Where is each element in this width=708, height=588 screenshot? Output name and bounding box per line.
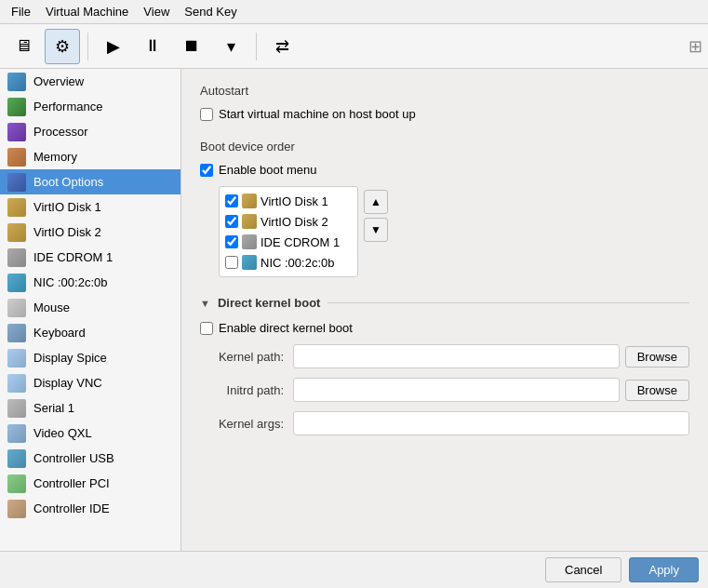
sidebar-label-serial-1: Serial 1 bbox=[33, 401, 74, 415]
sidebar-label-controller-pci: Controller PCI bbox=[33, 476, 110, 490]
autostart-checkbox[interactable] bbox=[200, 108, 213, 121]
boot-virtio-disk1-icon bbox=[242, 194, 257, 208]
boot-item-virtio-disk-2: VirtIO Disk 2 bbox=[220, 211, 357, 232]
boot-item-virtio-disk-1: VirtIO Disk 1 bbox=[220, 191, 357, 211]
overview-icon bbox=[7, 73, 26, 91]
sidebar-item-processor[interactable]: Processor bbox=[0, 119, 180, 144]
kernel-path-browse-button[interactable]: Browse bbox=[625, 346, 689, 368]
direct-kernel-collapse-arrow[interactable]: ▼ bbox=[200, 298, 210, 309]
apply-button[interactable]: Apply bbox=[629, 557, 699, 582]
virtio-disk1-icon bbox=[7, 198, 26, 217]
sidebar-item-boot-options[interactable]: Boot Options bbox=[0, 169, 180, 194]
settings-btn[interactable]: ⚙ bbox=[45, 29, 80, 64]
menu-file[interactable]: File bbox=[4, 3, 38, 20]
sidebar-label-controller-ide: Controller IDE bbox=[33, 501, 110, 515]
content-area: Autostart Start virtual machine on host … bbox=[181, 69, 708, 588]
kernel-path-label: Kernel path: bbox=[200, 350, 293, 364]
sidebar-item-virtio-disk-2[interactable]: VirtIO Disk 2 bbox=[0, 220, 180, 245]
sidebar-label-video-qxl: Video QXL bbox=[33, 426, 92, 440]
enable-boot-menu-checkbox[interactable] bbox=[200, 164, 213, 177]
boot-item-nic-checkbox[interactable] bbox=[225, 256, 238, 269]
boot-order-container: VirtIO Disk 1 VirtIO Disk 2 IDE CDROM 1 bbox=[219, 186, 689, 277]
sidebar-item-controller-usb[interactable]: Controller USB bbox=[0, 446, 180, 471]
boot-item-virtio-disk-1-checkbox[interactable] bbox=[225, 194, 238, 207]
processor-icon bbox=[7, 123, 26, 141]
toolbar: 🖥 ⚙ ▶ ⏸ ⏹ ▾ ⇄ ⊞ bbox=[0, 24, 708, 69]
sidebar-item-keyboard[interactable]: Keyboard bbox=[0, 320, 180, 345]
cancel-button[interactable]: Cancel bbox=[545, 557, 621, 582]
sidebar-label-display-vnc: Display VNC bbox=[33, 376, 102, 390]
direct-kernel-section: Enable direct kernel boot Kernel path: B… bbox=[200, 321, 689, 435]
boot-order-up-button[interactable]: ▲ bbox=[364, 190, 388, 214]
initrd-path-browse-button[interactable]: Browse bbox=[625, 380, 689, 401]
menu-sendkey[interactable]: Send Key bbox=[177, 3, 244, 20]
sidebar-label-memory: Memory bbox=[33, 150, 77, 164]
vm-controls-right: ⊞ bbox=[688, 36, 702, 57]
boot-cdrom-icon bbox=[242, 234, 257, 249]
sidebar-label-performance: Performance bbox=[33, 100, 102, 114]
more-btn[interactable]: ▾ bbox=[213, 29, 248, 64]
sidebar-label-controller-usb: Controller USB bbox=[33, 451, 114, 465]
stop-btn[interactable]: ⏹ bbox=[174, 29, 209, 64]
migrate-btn[interactable]: ⇄ bbox=[264, 29, 300, 64]
play-btn[interactable]: ▶ bbox=[96, 29, 131, 64]
enable-direct-kernel-row: Enable direct kernel boot bbox=[200, 321, 689, 335]
enable-direct-kernel-checkbox[interactable] bbox=[200, 322, 213, 335]
sidebar-item-display-spice[interactable]: Display Spice bbox=[0, 345, 180, 370]
sidebar-item-display-vnc[interactable]: Display VNC bbox=[0, 370, 180, 395]
sidebar-list: Overview Performance Processor Memory Bo… bbox=[0, 69, 180, 551]
boot-order-down-button[interactable]: ▼ bbox=[364, 218, 388, 242]
menu-vm[interactable]: Virtual Machine bbox=[38, 3, 136, 20]
sidebar-item-controller-ide[interactable]: Controller IDE bbox=[0, 496, 180, 521]
enable-direct-kernel-label: Enable direct kernel boot bbox=[219, 321, 353, 335]
mouse-icon bbox=[7, 299, 26, 317]
performance-icon bbox=[7, 98, 26, 116]
sidebar-item-overview[interactable]: Overview bbox=[0, 69, 180, 94]
toolbar-sep-1 bbox=[87, 33, 88, 60]
boot-item-ide-cdrom-1-label: IDE CDROM 1 bbox=[260, 235, 340, 249]
pause-btn[interactable]: ⏸ bbox=[135, 29, 170, 64]
enable-boot-menu-label: Enable boot menu bbox=[219, 163, 317, 177]
sidebar-item-controller-pci[interactable]: Controller PCI bbox=[0, 471, 180, 496]
autostart-section: Autostart Start virtual machine on host … bbox=[200, 84, 689, 121]
kernel-args-input[interactable] bbox=[293, 411, 689, 435]
sidebar-label-mouse: Mouse bbox=[33, 301, 70, 314]
monitor-btn[interactable]: 🖥 bbox=[6, 29, 41, 64]
sidebar-item-memory[interactable]: Memory bbox=[0, 144, 180, 169]
sidebar-label-boot-options: Boot Options bbox=[33, 175, 103, 189]
initrd-path-row: Initrd path: Browse bbox=[200, 378, 689, 402]
boot-item-ide-cdrom-1: IDE CDROM 1 bbox=[220, 232, 357, 252]
sidebar-item-ide-cdrom-1[interactable]: IDE CDROM 1 bbox=[0, 245, 180, 270]
boot-device-order-title: Boot device order bbox=[200, 140, 689, 154]
sidebar-item-performance[interactable]: Performance bbox=[0, 94, 180, 119]
boot-order-list: VirtIO Disk 1 VirtIO Disk 2 IDE CDROM 1 bbox=[219, 186, 358, 277]
kernel-path-input[interactable] bbox=[293, 344, 620, 368]
initrd-path-label: Initrd path: bbox=[200, 383, 293, 397]
sidebar-label-nic: NIC :00:2c:0b bbox=[33, 275, 108, 289]
boot-item-nic-label: NIC :00:2c:0b bbox=[260, 256, 335, 270]
boot-item-virtio-disk-1-label: VirtIO Disk 1 bbox=[260, 194, 328, 208]
boot-item-ide-cdrom-1-checkbox[interactable] bbox=[225, 235, 238, 248]
controller-pci-icon bbox=[7, 474, 26, 493]
controller-usb-icon bbox=[7, 449, 26, 468]
keyboard-icon bbox=[7, 324, 26, 342]
sidebar: Overview Performance Processor Memory Bo… bbox=[0, 69, 181, 588]
sidebar-item-serial-1[interactable]: Serial 1 bbox=[0, 395, 180, 421]
sidebar-item-mouse[interactable]: Mouse bbox=[0, 295, 180, 320]
menu-view[interactable]: View bbox=[136, 3, 177, 20]
sidebar-label-virtio-disk-1: VirtIO Disk 1 bbox=[33, 200, 101, 214]
kernel-path-row: Kernel path: Browse bbox=[200, 344, 689, 368]
boot-options-icon bbox=[7, 173, 26, 192]
initrd-path-input[interactable] bbox=[293, 378, 620, 402]
boot-item-nic: NIC :00:2c:0b bbox=[220, 252, 357, 273]
sidebar-item-nic[interactable]: NIC :00:2c:0b bbox=[0, 270, 180, 295]
menubar: File Virtual Machine View Send Key bbox=[0, 0, 708, 24]
sidebar-item-video-qxl[interactable]: Video QXL bbox=[0, 421, 180, 446]
direct-kernel-divider: ▼ Direct kernel boot bbox=[200, 296, 689, 310]
boot-item-virtio-disk-2-checkbox[interactable] bbox=[225, 215, 238, 228]
sidebar-label-overview: Overview bbox=[33, 74, 84, 88]
boot-item-virtio-disk-2-label: VirtIO Disk 2 bbox=[260, 215, 328, 229]
autostart-checkbox-label: Start virtual machine on host boot up bbox=[219, 107, 416, 121]
controller-ide-icon bbox=[7, 500, 26, 518]
sidebar-item-virtio-disk-1[interactable]: VirtIO Disk 1 bbox=[0, 194, 180, 220]
